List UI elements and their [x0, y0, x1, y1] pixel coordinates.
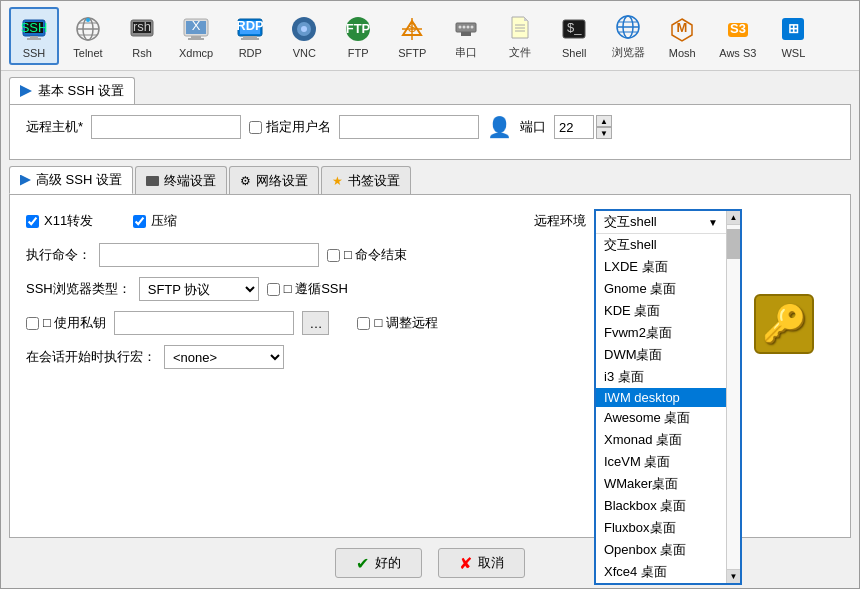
- tool-telnet[interactable]: Telnet: [63, 7, 113, 65]
- adjust-remote-checkbox[interactable]: [357, 317, 370, 330]
- dropdown-item-10[interactable]: IceVM 桌面: [596, 451, 726, 473]
- tool-file[interactable]: 文件: [495, 5, 545, 66]
- session-cmd-select[interactable]: <none>: [164, 345, 284, 369]
- tool-rdp[interactable]: RDP RDP: [225, 7, 275, 65]
- scrollbar-thumb[interactable]: [727, 229, 740, 259]
- adv-tab-network-label: 网络设置: [256, 172, 308, 190]
- pk-input[interactable]: [114, 311, 294, 335]
- tool-rsh-label: Rsh: [132, 47, 152, 59]
- basic-ssh-tab[interactable]: 基本 SSH 设置: [9, 77, 135, 104]
- tool-sftp[interactable]: S SFTP: [387, 7, 437, 65]
- basic-ssh-tab-label: 基本 SSH 设置: [38, 82, 124, 100]
- assign-username-checkbox[interactable]: [249, 121, 262, 134]
- tool-mosh-label: Mosh: [669, 47, 696, 59]
- dropdown-item-0[interactable]: 交互shell: [596, 234, 726, 256]
- dropdown-item-4[interactable]: Fvwm2桌面: [596, 322, 726, 344]
- dropdown-container: 交互shell ▼ 交互shell LXDE 桌面 Gnome 桌面 KDE 桌…: [596, 211, 740, 583]
- dropdown-item-8[interactable]: Awesome 桌面: [596, 407, 726, 429]
- port-label: 端口: [520, 118, 546, 136]
- svg-text:SSH: SSH: [21, 20, 48, 35]
- ssh-icon: SSH: [18, 13, 50, 45]
- session-cmd-label: 在会话开始时执行宏：: [26, 348, 156, 366]
- svg-point-34: [463, 26, 466, 29]
- adv-tab-bookmark[interactable]: ★ 书签设置: [321, 166, 411, 194]
- browser-type-select[interactable]: SFTP 协议: [139, 277, 259, 301]
- dropdown-item-5[interactable]: DWM桌面: [596, 344, 726, 366]
- port-increment-button[interactable]: ▲: [596, 115, 612, 127]
- serial-icon: [450, 11, 482, 43]
- adv-tab-ssh-label: 高级 SSH 设置: [36, 171, 122, 189]
- svg-text:FTP: FTP: [346, 21, 371, 36]
- tool-rdp-label: RDP: [239, 47, 262, 59]
- dropdown-item-2[interactable]: Gnome 桌面: [596, 278, 726, 300]
- dropdown-item-13[interactable]: Fluxbox桌面: [596, 517, 726, 539]
- svg-text:M: M: [677, 20, 688, 35]
- tool-wsl[interactable]: ⊞ WSL: [768, 7, 818, 65]
- key-button[interactable]: 🔑: [754, 294, 814, 354]
- compress-checkbox[interactable]: [133, 215, 146, 228]
- pk-browse-button[interactable]: …: [302, 311, 329, 335]
- dropdown-item-15[interactable]: Xfce4 桌面: [596, 561, 726, 583]
- dropdown-item-3[interactable]: KDE 桌面: [596, 300, 726, 322]
- tool-rsh[interactable]: rsh Rsh: [117, 7, 167, 65]
- port-spinner-buttons: ▲ ▼: [596, 115, 612, 139]
- port-decrement-button[interactable]: ▼: [596, 127, 612, 139]
- cancel-button[interactable]: ✘ 取消: [438, 548, 525, 578]
- assign-username-text: 指定用户名: [266, 118, 331, 136]
- dropdown-item-14[interactable]: Openbox 桌面: [596, 539, 726, 561]
- adv-main-layout: X11转发 压缩 远程环境 交互shell: [26, 209, 834, 379]
- sftp-icon: S: [396, 13, 428, 45]
- cancel-icon: ✘: [459, 554, 472, 573]
- x11-text: X11转发: [44, 212, 93, 230]
- tool-serial[interactable]: 串口: [441, 5, 491, 66]
- tool-shell[interactable]: $_ Shell: [549, 7, 599, 65]
- cmd-end-label-wrap: □ 命令结束: [327, 246, 407, 264]
- tool-file-label: 文件: [509, 45, 531, 60]
- remote-host-label: 远程主机*: [26, 118, 83, 136]
- dropdown-item-6[interactable]: i3 桌面: [596, 366, 726, 388]
- tool-vnc[interactable]: VNC: [279, 7, 329, 65]
- tool-awss3[interactable]: S3 Aws S3: [711, 7, 764, 65]
- svg-point-36: [471, 26, 474, 29]
- tool-vnc-label: VNC: [293, 47, 316, 59]
- tool-mosh[interactable]: M Mosh: [657, 7, 707, 65]
- scrollbar-down-button[interactable]: ▼: [727, 569, 740, 583]
- scrollbar-up-button[interactable]: ▲: [727, 211, 740, 225]
- adjust-remote-label-wrap: □ 调整远程: [357, 314, 437, 332]
- adv-tab-ssh[interactable]: 高级 SSH 设置: [9, 166, 133, 194]
- tool-sftp-label: SFTP: [398, 47, 426, 59]
- dropdown-item-1[interactable]: LXDE 桌面: [596, 256, 726, 278]
- dropdown-item-7[interactable]: IWM desktop: [596, 388, 726, 407]
- dropdown-item-11[interactable]: WMaker桌面: [596, 473, 726, 495]
- svg-text:rsh: rsh: [133, 19, 151, 34]
- tool-browser[interactable]: 浏览器: [603, 5, 653, 66]
- svg-rect-21: [243, 36, 257, 38]
- port-input[interactable]: [554, 115, 594, 139]
- svg-point-35: [467, 26, 470, 29]
- svg-text:S3: S3: [730, 21, 746, 36]
- follow-ssh-checkbox[interactable]: [267, 283, 280, 296]
- scrollbar-track: [727, 225, 740, 569]
- use-pk-checkbox[interactable]: [26, 317, 39, 330]
- tool-ssh[interactable]: SSH SSH: [9, 7, 59, 65]
- port-spinner: ▲ ▼: [554, 115, 612, 139]
- wsl-icon: ⊞: [777, 13, 809, 45]
- exec-cmd-input[interactable]: [99, 243, 319, 267]
- tool-ftp[interactable]: FTP FTP: [333, 7, 383, 65]
- adv-tab-terminal[interactable]: 终端设置: [135, 166, 227, 194]
- svg-rect-17: [191, 36, 201, 38]
- cmd-end-checkbox[interactable]: [327, 249, 340, 262]
- remote-env-dropdown-list: 交互shell ▼ 交互shell LXDE 桌面 Gnome 桌面 KDE 桌…: [594, 209, 742, 585]
- main-window: SSH SSH Telnet: [0, 0, 860, 589]
- tool-xdmcp[interactable]: X Xdmcp: [171, 7, 221, 65]
- basic-ssh-tab-icon: [20, 85, 32, 97]
- ok-button[interactable]: ✔ 好的: [335, 548, 422, 578]
- vnc-icon: [288, 13, 320, 45]
- dropdown-item-12[interactable]: Blackbox 桌面: [596, 495, 726, 517]
- x11-checkbox[interactable]: [26, 215, 39, 228]
- basic-ssh-content: 远程主机* 指定用户名 👤 端口 ▲ ▼: [9, 104, 851, 160]
- remote-host-input[interactable]: [91, 115, 241, 139]
- dropdown-item-9[interactable]: Xmonad 桌面: [596, 429, 726, 451]
- adv-tab-network[interactable]: ⚙ 网络设置: [229, 166, 319, 194]
- username-input[interactable]: [339, 115, 479, 139]
